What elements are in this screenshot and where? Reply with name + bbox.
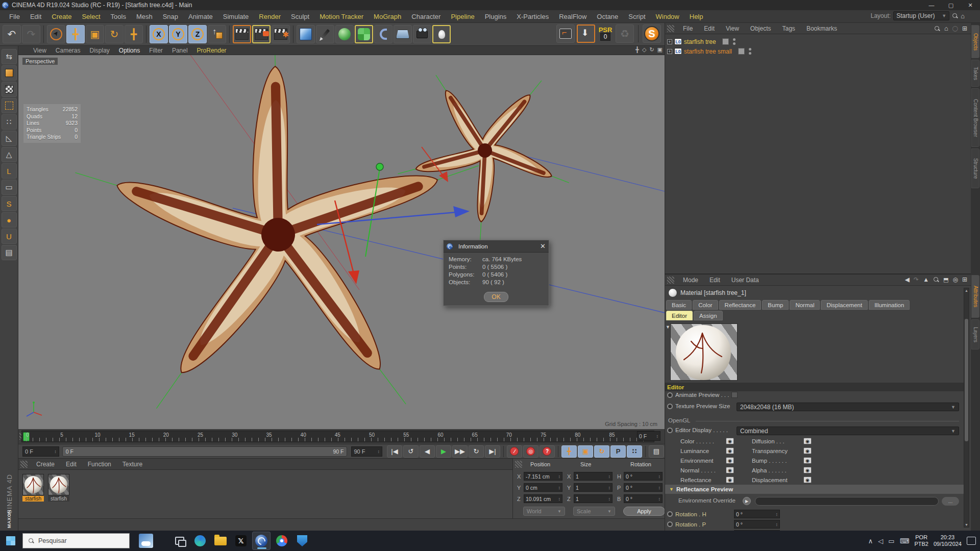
object-menu-bookmarks[interactable]: Bookmarks bbox=[801, 25, 843, 32]
coord-field-position-z[interactable]: 10.091 cm↕ bbox=[524, 494, 562, 503]
start-button[interactable] bbox=[6, 536, 15, 545]
side-tab-structure[interactable]: Structure bbox=[971, 148, 979, 188]
perspective-viewport[interactable]: Perspective Triangles22852Quads12Lines93… bbox=[18, 55, 665, 429]
coord-field-size-y[interactable]: 1↕ bbox=[574, 483, 612, 492]
home-icon[interactable]: ⌂ bbox=[961, 12, 965, 20]
y-axis-handle[interactable] bbox=[376, 163, 383, 170]
viewport-menu-view[interactable]: View bbox=[29, 47, 51, 54]
search-icon[interactable] bbox=[934, 26, 940, 32]
polygons-mode-button[interactable]: △ bbox=[2, 147, 17, 162]
end-frame-field[interactable]: 90 F↕ bbox=[351, 446, 382, 457]
menu-item-create[interactable]: Create bbox=[46, 13, 77, 20]
tray-misc-icon[interactable]: ▭ bbox=[888, 537, 894, 545]
keyframe-selection-button[interactable]: ? bbox=[540, 445, 555, 458]
lock-y-axis-button[interactable]: Y bbox=[169, 25, 187, 43]
simulation-button[interactable]: S bbox=[2, 196, 17, 211]
eye-icon[interactable]: ◉ bbox=[803, 477, 812, 483]
world-dropdown[interactable]: World▼ bbox=[523, 507, 565, 516]
menu-item-plugins[interactable]: Plugins bbox=[480, 13, 512, 20]
path-icon[interactable]: ◯ bbox=[952, 26, 958, 31]
tab-normal[interactable]: Normal bbox=[790, 300, 820, 310]
workplane-mode-button[interactable] bbox=[2, 98, 17, 113]
menu-item-x-particles[interactable]: X-Particles bbox=[511, 13, 554, 20]
speaker-icon[interactable]: ◁ bbox=[878, 537, 883, 545]
param-radio-icon[interactable] bbox=[667, 521, 673, 527]
cinema4d-taskbar-button[interactable] bbox=[252, 532, 271, 550]
eye-icon[interactable]: ◉ bbox=[726, 477, 734, 483]
eye-icon[interactable]: ◉ bbox=[726, 467, 734, 473]
texture-preview-size-dropdown[interactable]: 2048x2048 (16 MB)▼ bbox=[737, 403, 959, 411]
scale-tool[interactable]: ▣ bbox=[86, 25, 104, 43]
file-explorer-button[interactable] bbox=[211, 532, 230, 550]
expand-icon[interactable]: + bbox=[667, 39, 672, 44]
menu-item-mesh[interactable]: Mesh bbox=[131, 13, 158, 20]
key-position-toggle[interactable]: ╋ bbox=[561, 445, 577, 458]
starfish-tree-small-object[interactable] bbox=[380, 55, 603, 264]
menu-item-help[interactable]: Help bbox=[684, 13, 708, 20]
key-rotation-toggle[interactable]: ↻ bbox=[594, 445, 609, 458]
goto-end-button[interactable]: ▶| bbox=[485, 445, 500, 458]
eye-icon[interactable]: ◉ bbox=[803, 467, 812, 473]
redo-button[interactable]: ↷ bbox=[22, 25, 40, 43]
eye-icon[interactable]: ◉ bbox=[726, 447, 734, 454]
record-active-objects-button[interactable]: ∕ bbox=[507, 445, 522, 458]
side-tab-content-browser[interactable]: Content Browser bbox=[971, 88, 979, 147]
coord-field-size-z[interactable]: 1↕ bbox=[574, 494, 612, 503]
add-camera-button[interactable] bbox=[413, 25, 431, 43]
coord-field-position-x[interactable]: -7.151 cm↕ bbox=[524, 472, 562, 481]
tab-reflectance[interactable]: Reflectance bbox=[719, 300, 762, 310]
menu-item-realflow[interactable]: RealFlow bbox=[554, 13, 592, 20]
material-item[interactable]: starfish bbox=[48, 474, 69, 502]
points-mode-button[interactable]: ∷ bbox=[2, 114, 17, 130]
menu-item-script[interactable]: Script bbox=[623, 13, 650, 20]
menu-item-sculpt[interactable]: Sculpt bbox=[286, 13, 314, 20]
target-icon[interactable]: ◎ bbox=[952, 276, 958, 283]
render-view-button[interactable] bbox=[233, 25, 251, 43]
scrollbar-thumb[interactable] bbox=[965, 319, 968, 441]
task-view-button[interactable] bbox=[170, 532, 189, 550]
axis-mode-button[interactable]: L bbox=[2, 163, 17, 179]
timeline-ruler[interactable]: 051015202530354045505560657075808590 0 F… bbox=[18, 429, 665, 444]
language-indicator[interactable]: POR PTB2 bbox=[914, 534, 928, 547]
mograph-cloner-button[interactable] bbox=[355, 25, 373, 43]
scroll-up-icon[interactable]: ▲ bbox=[964, 289, 969, 292]
draw-spline-button[interactable] bbox=[316, 25, 334, 43]
menu-item-pipeline[interactable]: Pipeline bbox=[446, 13, 479, 20]
key-parameter-toggle[interactable]: P bbox=[610, 445, 626, 458]
last-used-tool[interactable]: ╋ bbox=[125, 25, 143, 43]
home-icon[interactable]: ⌂ bbox=[944, 24, 948, 32]
menu-item-motion-tracker[interactable]: Motion Tracker bbox=[314, 13, 369, 20]
rotation-field[interactable]: 0 °↕ bbox=[734, 510, 780, 518]
menu-item-render[interactable]: Render bbox=[254, 13, 286, 20]
clock[interactable]: 20:23 09/10/2024 bbox=[934, 534, 962, 547]
hidden-icons-button[interactable]: ∧ bbox=[868, 537, 873, 545]
viewport-menu-filter[interactable]: Filter bbox=[144, 47, 167, 54]
add-floor-button[interactable] bbox=[394, 25, 412, 43]
goto-start-button[interactable]: |◀ bbox=[387, 445, 402, 458]
eye-icon[interactable]: ◉ bbox=[803, 457, 812, 464]
preview-expander-icon[interactable]: ▼ bbox=[666, 324, 670, 330]
side-tab-takes[interactable]: Takes bbox=[971, 60, 979, 87]
eye-icon[interactable]: ◉ bbox=[726, 438, 734, 444]
lock-workplane-button[interactable]: ▤ bbox=[2, 245, 17, 260]
material-item[interactable]: starfish bbox=[22, 474, 44, 502]
timeline-end-field[interactable]: 0 F↕ bbox=[637, 431, 660, 441]
workplane-button[interactable] bbox=[556, 24, 575, 43]
back-icon[interactable]: ◀ bbox=[905, 276, 910, 283]
maximize-button[interactable]: ▢ bbox=[941, 0, 961, 10]
attr-menu-user-data[interactable]: User Data bbox=[726, 277, 765, 284]
subdivision-surface-button[interactable] bbox=[335, 25, 354, 43]
editor-visibility-dot[interactable] bbox=[733, 38, 736, 41]
z-axis-arrowhead[interactable] bbox=[453, 206, 470, 217]
history-button[interactable]: ♻ bbox=[616, 24, 634, 43]
eye-icon[interactable]: ◉ bbox=[726, 457, 734, 464]
expand-icon[interactable]: + bbox=[667, 49, 672, 54]
viewport-menu-panel[interactable]: Panel bbox=[167, 47, 192, 54]
rotate-tool[interactable]: ↻ bbox=[105, 25, 124, 43]
lock-x-axis-button[interactable]: X bbox=[150, 25, 168, 43]
viewport-menu-cameras[interactable]: Cameras bbox=[51, 47, 85, 54]
play-mode-button[interactable]: ↻ bbox=[469, 445, 484, 458]
rotation-field[interactable]: 0 °↕ bbox=[734, 520, 780, 529]
texture-tag-icon[interactable] bbox=[722, 38, 729, 45]
make-editable-button[interactable]: ⇆ bbox=[2, 49, 17, 64]
